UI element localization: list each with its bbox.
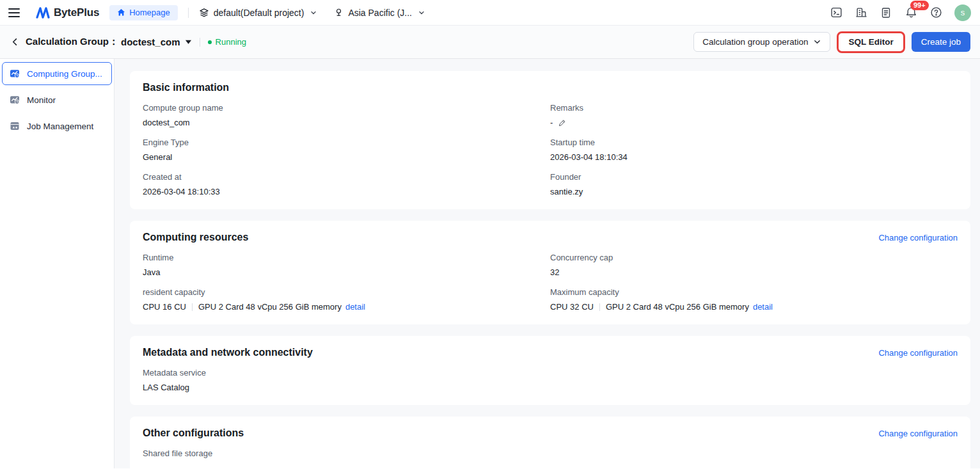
- region-selector[interactable]: Asia Pacific (J...: [334, 8, 425, 18]
- avatar[interactable]: s: [954, 4, 971, 21]
- field-maximum-capacity: Maximum capacity CPU 32 CU GPU 2 Card 48…: [550, 287, 958, 313]
- basic-information-card: Basic information Compute group name doc…: [130, 71, 970, 209]
- job-management-icon: [10, 121, 20, 131]
- location-pin-icon: [334, 8, 344, 17]
- home-icon: [117, 8, 125, 17]
- field-shared-file-storage: Shared file storage -: [143, 448, 550, 468]
- status-label: Running: [216, 37, 246, 47]
- sidebar-item-monitor[interactable]: Monitor: [2, 88, 112, 111]
- change-configuration-link[interactable]: Change configuration: [878, 429, 958, 438]
- homepage-label: Homepage: [129, 8, 170, 17]
- sidebar: Computing Group... Monitor: [0, 59, 115, 468]
- byteplus-logo-icon: [36, 7, 50, 19]
- field-concurrency-cap: Concurrency cap 32: [550, 252, 958, 278]
- create-job-button[interactable]: Create job: [912, 32, 970, 52]
- detail-link[interactable]: detail: [753, 301, 773, 313]
- change-configuration-link[interactable]: Change configuration: [878, 348, 958, 358]
- sidebar-item-label: Monitor: [27, 95, 56, 105]
- brand-name: BytePlus: [54, 6, 99, 19]
- chevron-down-icon: [418, 9, 425, 17]
- terminal-icon[interactable]: [826, 3, 846, 22]
- field-runtime: Runtime Java: [143, 252, 550, 278]
- help-icon[interactable]: [926, 3, 945, 22]
- page-header: Calculation Group： doctest_com Running C…: [0, 26, 980, 59]
- chevron-down-icon: [813, 38, 821, 46]
- computing-group-icon: [10, 68, 20, 79]
- computing-resources-card: Computing resources Change configuration…: [130, 221, 970, 324]
- status-dot: [208, 40, 212, 44]
- sql-editor-button[interactable]: SQL Editor: [837, 31, 905, 53]
- byteplus-logo[interactable]: BytePlus: [36, 6, 99, 19]
- section-title: Other configurations: [143, 427, 244, 439]
- section-title: Basic information: [143, 82, 229, 93]
- header-divider: [200, 38, 200, 47]
- field-created-at: Created at 2026-03-04 18:10:33: [143, 171, 550, 198]
- value-divider: [192, 303, 193, 311]
- group-switcher-caret-down-icon[interactable]: [185, 39, 192, 45]
- homepage-button[interactable]: Homepage: [109, 5, 178, 20]
- bell-icon[interactable]: 99+: [901, 3, 921, 22]
- field-founder: Founder santie.zy: [550, 171, 958, 198]
- monitor-icon: [10, 95, 20, 105]
- project-selector-label: default(Default project): [214, 8, 304, 18]
- layers-icon: [199, 8, 209, 18]
- sidebar-item-computing-group[interactable]: Computing Group...: [2, 62, 112, 85]
- operation-button-label: Calculation group operation: [702, 37, 808, 47]
- topbar: BytePlus Homepage default(Default projec…: [0, 0, 980, 26]
- group-name: doctest_com: [121, 36, 180, 47]
- building-icon[interactable]: [851, 3, 871, 22]
- sidebar-item-job-management[interactable]: Job Management: [2, 115, 112, 138]
- topbar-divider: [188, 8, 189, 18]
- status-badge: Running: [208, 37, 246, 47]
- chevron-down-icon: [310, 9, 317, 17]
- calculation-group-operation-button[interactable]: Calculation group operation: [693, 32, 830, 52]
- value-divider: [599, 303, 600, 311]
- back-icon[interactable]: [6, 34, 23, 51]
- edit-pencil-icon[interactable]: [558, 119, 566, 127]
- main-content: Basic information Compute group name doc…: [115, 59, 980, 468]
- project-selector[interactable]: default(Default project): [199, 8, 318, 18]
- field-metadata-service: Metadata service LAS Catalog: [143, 367, 550, 393]
- page-body: Computing Group... Monitor: [0, 59, 980, 468]
- field-remarks: Remarks -: [550, 102, 958, 129]
- page-title: Calculation Group：: [26, 36, 118, 48]
- menu-icon[interactable]: [5, 4, 23, 22]
- region-selector-label: Asia Pacific (J...: [348, 8, 412, 18]
- field-resident-capacity: resident capacity CPU 16 CU GPU 2 Card 4…: [143, 287, 550, 313]
- sidebar-item-label: Job Management: [27, 122, 93, 131]
- section-title: Metadata and network connectivity: [143, 347, 313, 358]
- metadata-network-card: Metadata and network connectivity Change…: [130, 336, 970, 405]
- field-engine-type: Engine Type General: [143, 137, 550, 163]
- other-configurations-card: Other configurations Change configuratio…: [130, 417, 970, 468]
- document-icon[interactable]: [876, 3, 896, 22]
- section-title: Computing resources: [143, 232, 248, 243]
- field-startup-time: Startup time 2026-03-04 18:10:34: [550, 137, 958, 163]
- field-compute-group-name: Compute group name doctest_com: [143, 102, 550, 129]
- detail-link[interactable]: detail: [345, 301, 365, 313]
- header-actions: Calculation group operation SQL Editor C…: [693, 31, 970, 53]
- sidebar-item-label: Computing Group...: [27, 69, 102, 79]
- change-configuration-link[interactable]: Change configuration: [878, 233, 958, 242]
